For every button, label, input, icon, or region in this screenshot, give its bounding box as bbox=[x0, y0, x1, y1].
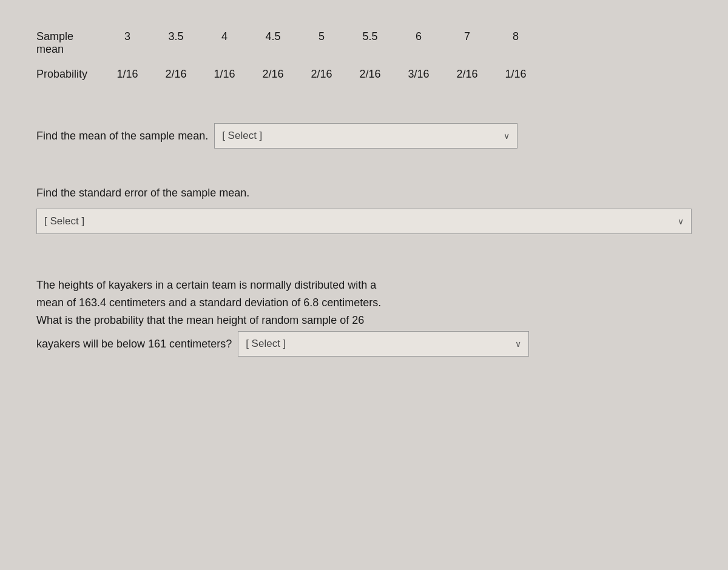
value-4: 4 bbox=[200, 30, 249, 43]
probability-row: Probability 1/16 2/16 1/16 2/16 2/16 2/1… bbox=[36, 68, 692, 81]
probability-label: Probability bbox=[36, 68, 103, 81]
value-8: 8 bbox=[491, 30, 540, 43]
q1-select-label: [ Select ] bbox=[222, 130, 262, 142]
q3-chevron-icon: ∨ bbox=[515, 339, 521, 349]
prob-2-16-e: 2/16 bbox=[443, 68, 491, 81]
q3-text1: The heights of kayakers in a certain tea… bbox=[36, 277, 692, 294]
q1-section: Find the mean of the sample mean. [ Sele… bbox=[36, 123, 692, 149]
q2-select-dropdown[interactable]: [ Select ] ∨ bbox=[36, 209, 692, 234]
prob-2-16-b: 2/16 bbox=[249, 68, 297, 81]
probability-values: 1/16 2/16 1/16 2/16 2/16 2/16 3/16 2/16 … bbox=[103, 68, 540, 81]
q2-chevron-icon: ∨ bbox=[678, 216, 684, 226]
prob-2-16-a: 2/16 bbox=[152, 68, 200, 81]
prob-1-16-b: 1/16 bbox=[200, 68, 249, 81]
q1-inline: Find the mean of the sample mean. [ Sele… bbox=[36, 123, 692, 149]
q2-text: Find the standard error of the sample me… bbox=[36, 185, 692, 201]
q1-chevron-icon: ∨ bbox=[504, 131, 510, 141]
q3-text3: What is the probability that the mean he… bbox=[36, 312, 692, 329]
value-3: 3 bbox=[103, 30, 152, 43]
value-7: 7 bbox=[443, 30, 491, 43]
prob-3-16: 3/16 bbox=[394, 68, 443, 81]
value-3-5: 3.5 bbox=[152, 30, 200, 43]
prob-1-16-c: 1/16 bbox=[491, 68, 540, 81]
sample-mean-label: Sample mean bbox=[36, 30, 103, 56]
value-6: 6 bbox=[394, 30, 443, 43]
value-4-5: 4.5 bbox=[249, 30, 297, 43]
mean-label: mean bbox=[36, 43, 103, 56]
prob-1-16: 1/16 bbox=[103, 68, 152, 81]
table-section: Sample mean 3 3.5 4 4.5 5 5.5 6 7 8 Prob… bbox=[36, 30, 692, 93]
prob-2-16-c: 2/16 bbox=[297, 68, 346, 81]
sample-mean-values: 3 3.5 4 4.5 5 5.5 6 7 8 bbox=[103, 30, 540, 43]
q2-section: Find the standard error of the sample me… bbox=[36, 185, 692, 234]
q2-select-label: [ Select ] bbox=[44, 215, 84, 227]
sample-mean-row: Sample mean 3 3.5 4 4.5 5 5.5 6 7 8 bbox=[36, 30, 692, 56]
q3-text4: kayakers will be below 161 centimeters? bbox=[36, 335, 232, 353]
value-5: 5 bbox=[297, 30, 346, 43]
prob-2-16-d: 2/16 bbox=[346, 68, 394, 81]
sample-label: Sample bbox=[36, 30, 103, 43]
q1-text: Find the mean of the sample mean. bbox=[36, 128, 208, 144]
q3-select-dropdown[interactable]: [ Select ] ∨ bbox=[238, 331, 529, 357]
value-5-5: 5.5 bbox=[346, 30, 394, 43]
q3-text2: mean of 163.4 centimeters and a standard… bbox=[36, 294, 692, 312]
q3-section: The heights of kayakers in a certain tea… bbox=[36, 277, 692, 357]
q3-select-label: [ Select ] bbox=[246, 338, 286, 350]
q1-select-dropdown[interactable]: [ Select ] ∨ bbox=[214, 123, 517, 149]
page-container: Sample mean 3 3.5 4 4.5 5 5.5 6 7 8 Prob… bbox=[0, 0, 728, 570]
q3-last-line: kayakers will be below 161 centimeters? … bbox=[36, 331, 692, 357]
